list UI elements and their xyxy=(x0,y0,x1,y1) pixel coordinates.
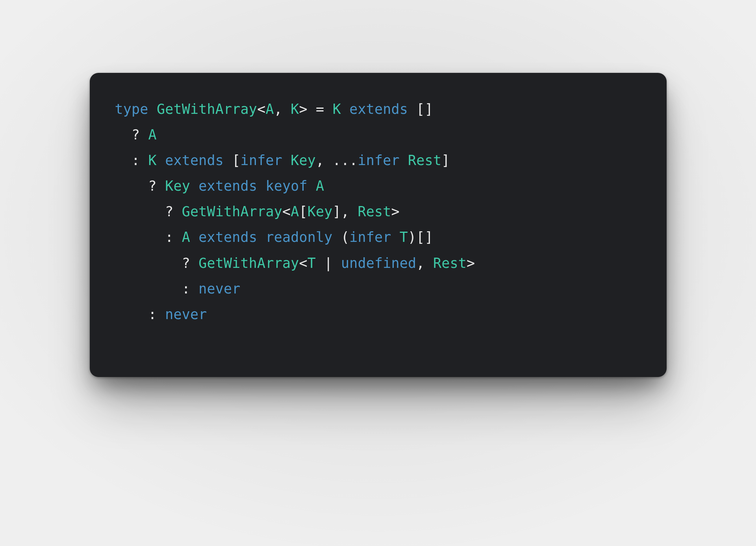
code-token-type: Rest xyxy=(358,204,391,219)
code-token-type: A xyxy=(265,101,274,117)
code-snippet-card: type GetWithArray<A, K> = K extends [] ?… xyxy=(90,73,667,377)
code-token-punc: < xyxy=(299,255,307,271)
code-token-kw: extends xyxy=(349,101,408,117)
code-token-punc: > xyxy=(391,204,400,219)
code-token-punc: ], xyxy=(333,204,358,219)
code-token-type: K xyxy=(291,101,299,117)
code-token-kw: extends xyxy=(165,152,224,168)
code-token-punc xyxy=(190,178,198,194)
code-token-kw: never xyxy=(165,306,207,322)
code-token-punc: [ xyxy=(224,152,241,168)
code-token-type: Key xyxy=(165,178,190,194)
code-token-type: K xyxy=(148,152,157,168)
code-token-type: A xyxy=(291,204,299,219)
code-token-punc xyxy=(190,229,198,245)
code-token-kw: infer xyxy=(241,152,282,168)
code-token-punc xyxy=(308,178,316,194)
code-token-punc: : xyxy=(115,152,148,168)
code-token-type: Key xyxy=(291,152,316,168)
code-token-punc xyxy=(282,152,291,168)
code-token-punc: ? xyxy=(115,127,148,143)
code-token-punc: ( xyxy=(333,229,350,245)
code-token-type: Key xyxy=(308,204,333,219)
code-token-punc xyxy=(157,152,165,168)
code-token-punc: [ xyxy=(299,204,308,219)
code-token-kw: keyof xyxy=(265,178,307,194)
code-token-punc: < xyxy=(257,101,265,117)
code-token-punc: : xyxy=(115,281,199,297)
code-token-kw: infer xyxy=(349,229,391,245)
code-token-punc: < xyxy=(282,204,291,219)
code-token-type: GetWithArray xyxy=(182,204,282,219)
code-token-punc: ? xyxy=(115,178,165,194)
code-token-punc: , ... xyxy=(316,152,358,168)
code-token-punc: )[] xyxy=(408,229,433,245)
code-token-type: A xyxy=(148,127,157,143)
code-token-type: T xyxy=(308,255,316,271)
code-token-punc xyxy=(400,152,408,168)
code-token-type: GetWithArray xyxy=(157,101,257,117)
code-token-punc xyxy=(148,101,157,117)
code-token-punc: | xyxy=(316,255,341,271)
code-token-kw: type xyxy=(115,101,148,117)
code-token-punc: , xyxy=(274,101,291,117)
code-token-kw: readonly xyxy=(265,229,332,245)
code-token-punc: ? xyxy=(115,255,199,271)
code-token-punc: ? xyxy=(115,204,182,219)
code-token-type: Rest xyxy=(408,152,441,168)
code-token-type: Rest xyxy=(433,255,467,271)
code-token-kw: infer xyxy=(358,152,399,168)
code-token-punc xyxy=(257,178,265,194)
page-background: type GetWithArray<A, K> = K extends [] ?… xyxy=(0,0,756,546)
code-token-punc: : xyxy=(115,229,182,245)
code-token-type: A xyxy=(182,229,190,245)
code-token-punc: > = xyxy=(299,101,333,117)
code-token-type: T xyxy=(400,229,408,245)
code-token-type: K xyxy=(333,101,341,117)
code-token-type: A xyxy=(316,178,324,194)
code-token-punc: [] xyxy=(408,101,433,117)
code-block: type GetWithArray<A, K> = K extends [] ?… xyxy=(115,97,643,327)
code-token-kw: extends xyxy=(198,229,257,245)
code-token-punc: : xyxy=(115,306,165,322)
code-token-punc: ] xyxy=(441,152,450,168)
code-token-kw: extends xyxy=(198,178,257,194)
code-token-punc xyxy=(257,229,265,245)
code-token-punc: , xyxy=(416,255,433,271)
code-token-punc xyxy=(341,101,349,117)
code-token-type: GetWithArray xyxy=(198,255,299,271)
code-token-kw: undefined xyxy=(341,255,416,271)
code-token-punc: > xyxy=(467,255,475,271)
code-token-kw: never xyxy=(198,281,240,297)
code-token-punc xyxy=(391,229,400,245)
